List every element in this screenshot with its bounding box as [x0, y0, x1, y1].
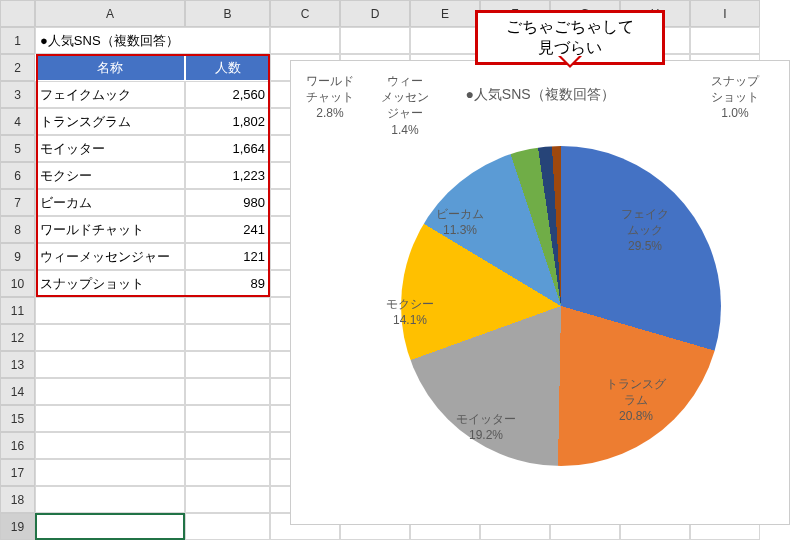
- row-header-1[interactable]: 1: [0, 27, 35, 54]
- cell[interactable]: [690, 27, 760, 54]
- table-row[interactable]: 980: [185, 189, 270, 216]
- row-header-15[interactable]: 15: [0, 405, 35, 432]
- row-header-13[interactable]: 13: [0, 351, 35, 378]
- col-header-I[interactable]: I: [690, 0, 760, 27]
- row-header-3[interactable]: 3: [0, 81, 35, 108]
- row-header-4[interactable]: 4: [0, 108, 35, 135]
- pie-chart[interactable]: ●人気SNS（複数回答） フェイクムック29.5% トランスグラム20.8% モ…: [290, 60, 790, 525]
- cell[interactable]: [185, 324, 270, 351]
- table-row[interactable]: ビーカム: [35, 189, 185, 216]
- cell[interactable]: [35, 378, 185, 405]
- cell[interactable]: [35, 432, 185, 459]
- pie-label: ワールドチャット2.8%: [306, 73, 354, 122]
- row-header-16[interactable]: 16: [0, 432, 35, 459]
- selected-cell[interactable]: [35, 513, 185, 540]
- table-row[interactable]: 2,560: [185, 81, 270, 108]
- table-row[interactable]: 121: [185, 243, 270, 270]
- row-header-11[interactable]: 11: [0, 297, 35, 324]
- cell[interactable]: [270, 27, 340, 54]
- cell[interactable]: [185, 297, 270, 324]
- table-row[interactable]: 1,664: [185, 135, 270, 162]
- table-row[interactable]: スナップショット: [35, 270, 185, 297]
- row-header-8[interactable]: 8: [0, 216, 35, 243]
- table-row[interactable]: 241: [185, 216, 270, 243]
- col-header-B[interactable]: B: [185, 0, 270, 27]
- table-row[interactable]: 1,802: [185, 108, 270, 135]
- cell[interactable]: [340, 27, 410, 54]
- table-row[interactable]: ウィーメッセンジャー: [35, 243, 185, 270]
- table-row[interactable]: 1,223: [185, 162, 270, 189]
- cell[interactable]: [185, 405, 270, 432]
- pie-label: ビーカム11.3%: [436, 206, 484, 238]
- row-header-6[interactable]: 6: [0, 162, 35, 189]
- pie-label: スナップショット1.0%: [711, 73, 759, 122]
- cell[interactable]: [185, 486, 270, 513]
- row-header-5[interactable]: 5: [0, 135, 35, 162]
- cell[interactable]: [410, 27, 480, 54]
- col-header-A[interactable]: A: [35, 0, 185, 27]
- cell[interactable]: [35, 405, 185, 432]
- cell[interactable]: [35, 459, 185, 486]
- row-header-17[interactable]: 17: [0, 459, 35, 486]
- callout-text: ごちゃごちゃして見づらい: [506, 17, 634, 59]
- annotation-callout: ごちゃごちゃして見づらい: [475, 10, 665, 65]
- col-header-C[interactable]: C: [270, 0, 340, 27]
- cell-title[interactable]: ●人気SNS（複数回答）: [35, 27, 270, 54]
- cell[interactable]: [35, 297, 185, 324]
- table-row[interactable]: 89: [185, 270, 270, 297]
- pie-label: フェイクムック29.5%: [621, 206, 669, 255]
- table-header-name[interactable]: 名称: [35, 54, 185, 81]
- row-header-10[interactable]: 10: [0, 270, 35, 297]
- cell[interactable]: [185, 351, 270, 378]
- table-header-count[interactable]: 人数: [185, 54, 270, 81]
- table-row[interactable]: トランスグラム: [35, 108, 185, 135]
- table-row[interactable]: モイッター: [35, 135, 185, 162]
- row-header-7[interactable]: 7: [0, 189, 35, 216]
- cell[interactable]: [185, 459, 270, 486]
- row-header-2[interactable]: 2: [0, 54, 35, 81]
- col-header-E[interactable]: E: [410, 0, 480, 27]
- select-all-corner[interactable]: [0, 0, 35, 27]
- cell[interactable]: [35, 351, 185, 378]
- row-header-18[interactable]: 18: [0, 486, 35, 513]
- table-row[interactable]: モクシー: [35, 162, 185, 189]
- row-header-9[interactable]: 9: [0, 243, 35, 270]
- pie-graphic: [401, 146, 721, 466]
- row-header-12[interactable]: 12: [0, 324, 35, 351]
- cell[interactable]: [185, 513, 270, 540]
- cell[interactable]: [35, 486, 185, 513]
- pie-label: トランスグラム20.8%: [606, 376, 666, 425]
- cell[interactable]: [185, 432, 270, 459]
- pie-label: モクシー14.1%: [386, 296, 434, 328]
- row-header-14[interactable]: 14: [0, 378, 35, 405]
- cell[interactable]: [185, 378, 270, 405]
- row-header-19[interactable]: 19: [0, 513, 35, 540]
- table-row[interactable]: フェイクムック: [35, 81, 185, 108]
- col-header-D[interactable]: D: [340, 0, 410, 27]
- table-row[interactable]: ワールドチャット: [35, 216, 185, 243]
- cell[interactable]: [35, 324, 185, 351]
- pie-label: ウィーメッセンジャー1.4%: [381, 73, 429, 138]
- pie-label: モイッター19.2%: [456, 411, 516, 443]
